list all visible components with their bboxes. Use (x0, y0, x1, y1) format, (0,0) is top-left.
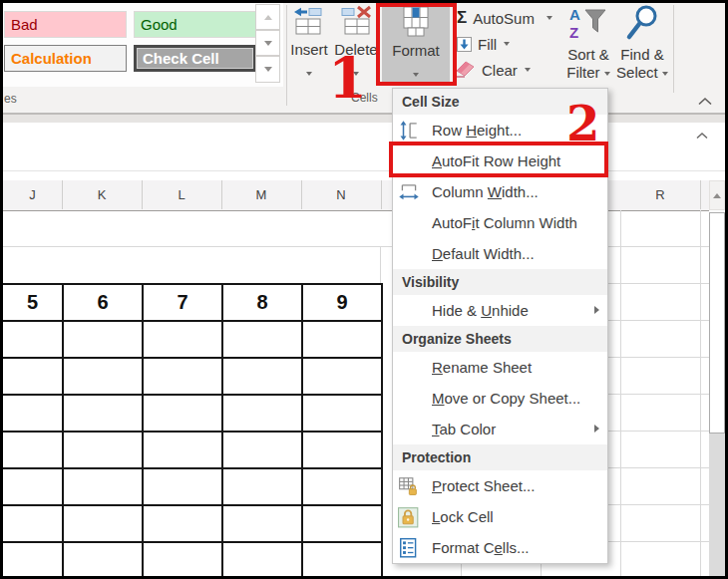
table-cell[interactable] (223, 506, 303, 543)
gridline (607, 320, 709, 321)
formula-bar[interactable] (3, 123, 725, 180)
find-select-button[interactable]: Find & Select (615, 4, 669, 82)
table-cell[interactable]: 6 (64, 285, 144, 322)
menu-item-label: Default Width... (432, 245, 535, 262)
menu-item-icon-blank (398, 300, 420, 322)
menu-item-column-width[interactable]: Column Width... (393, 176, 607, 207)
menu-item-label: Column Width... (432, 183, 539, 200)
table-row (3, 506, 383, 543)
table-cell[interactable]: 5 (3, 285, 64, 322)
table-cell[interactable] (3, 469, 64, 506)
annotation-box-step1 (376, 3, 457, 86)
table-cell[interactable]: 9 (303, 285, 383, 322)
menu-section-header-protection: Protection (393, 444, 607, 470)
table-cell[interactable] (223, 543, 303, 579)
gallery-more-button[interactable] (255, 56, 280, 83)
table-cell[interactable] (3, 433, 64, 469)
table-cell[interactable] (303, 396, 383, 433)
scrollbar-up-button[interactable] (709, 180, 725, 210)
menu-item-label: AutoFit Column Width (432, 214, 577, 231)
menu-item-icon-blank (398, 419, 420, 440)
style-tile-good[interactable]: Good (134, 11, 256, 38)
menu-item-hide-unhide[interactable]: Hide & Unhide (393, 295, 607, 326)
table-cell[interactable] (64, 506, 144, 543)
column-header-k[interactable]: K (62, 180, 143, 209)
table-cell[interactable] (303, 433, 383, 469)
table-cell[interactable] (3, 543, 64, 579)
menu-item-label: Tab Color (432, 421, 496, 437)
table-cell[interactable] (144, 359, 223, 396)
submenu-arrow-icon (594, 306, 599, 314)
menu-item-protect-sheet[interactable]: Protect Sheet... (393, 470, 607, 501)
gridline (380, 246, 381, 283)
table-cell[interactable] (303, 359, 383, 396)
table-cell[interactable] (303, 506, 383, 543)
menu-item-default-width[interactable]: Default Width... (393, 238, 607, 269)
table-cell[interactable] (64, 433, 144, 469)
find-select-label-line2: Select (616, 64, 658, 81)
table-cell[interactable] (223, 322, 303, 359)
column-header-m[interactable]: M (221, 180, 302, 209)
table-row (3, 322, 383, 359)
table-cell[interactable] (223, 469, 303, 506)
table-cell[interactable] (303, 543, 383, 579)
table-cell[interactable] (3, 322, 64, 359)
gridline (607, 283, 709, 284)
table-cell[interactable] (3, 396, 64, 433)
collapse-ribbon-button[interactable] (697, 93, 713, 111)
table-cell[interactable] (64, 359, 144, 396)
menu-item-rename-sheet[interactable]: Rename Sheet (393, 352, 607, 383)
style-tile-calculation[interactable]: Calculation (4, 45, 127, 72)
expand-formula-bar-button[interactable] (695, 127, 709, 145)
table-cell[interactable]: 7 (144, 285, 223, 322)
table-cell[interactable] (223, 359, 303, 396)
table-cell[interactable]: 8 (223, 285, 303, 322)
styles-group-label-partial: es (4, 92, 17, 106)
menu-item-tab-color[interactable]: Tab Color (393, 414, 607, 444)
menu-item-format-cells[interactable]: Format Cells... (393, 532, 607, 563)
table-cell[interactable] (144, 322, 223, 359)
table-cell[interactable] (144, 396, 223, 433)
table-cell[interactable] (303, 322, 383, 359)
table-row (3, 543, 383, 579)
table-cell[interactable] (64, 469, 144, 506)
down-arrow-icon (264, 41, 272, 46)
column-width-icon (398, 181, 420, 203)
style-tile-check-cell[interactable]: Check Cell (134, 45, 256, 72)
style-tile-bad[interactable]: Bad (4, 11, 127, 38)
menu-item-move-or-copy-sheet[interactable]: Move or Copy Sheet... (393, 383, 607, 414)
gallery-scroll-up-button[interactable] (255, 4, 280, 30)
table-cell[interactable] (144, 506, 223, 543)
annotation-number-1: 1 (328, 50, 367, 106)
column-header-j[interactable]: J (3, 180, 63, 209)
menu-item-label: Rename Sheet (432, 359, 532, 376)
menu-item-lock-cell[interactable]: Lock Cell (393, 501, 607, 532)
table-cell[interactable] (144, 543, 223, 579)
scrollbar-track[interactable] (709, 434, 725, 576)
menu-item-autofit-column-width[interactable]: AutoFit Column Width (393, 207, 607, 238)
insert-button[interactable]: Insert (285, 5, 333, 82)
table-cell[interactable] (3, 359, 64, 396)
table-cell[interactable] (64, 543, 144, 579)
table-cell[interactable] (64, 322, 144, 359)
table-cell[interactable] (64, 396, 144, 433)
table-cell[interactable] (223, 396, 303, 433)
sort-filter-button[interactable]: A Z Sort & Filter (563, 5, 613, 82)
column-header-n[interactable]: N (301, 180, 382, 209)
column-header-r[interactable]: R (620, 180, 701, 209)
table-cell[interactable] (223, 433, 303, 469)
eraser-icon (454, 59, 478, 82)
autosum-button[interactable]: Σ AutoSum (457, 6, 552, 30)
table-cell[interactable] (144, 469, 223, 506)
excel-window: Bad Good Calculation Check Cell es Inser… (0, 0, 728, 579)
up-arrow-icon (264, 15, 272, 20)
table-cell[interactable] (3, 506, 64, 543)
scrollbar-thumb[interactable] (709, 212, 725, 434)
table-cell[interactable] (144, 433, 223, 469)
table-cell[interactable] (303, 469, 383, 506)
fill-button[interactable]: Fill (457, 32, 510, 56)
column-header-l[interactable]: L (142, 180, 222, 209)
gallery-scroll-down-button[interactable] (255, 30, 280, 56)
clear-button[interactable]: Clear (454, 58, 531, 82)
menu-item-label: Protect Sheet... (432, 477, 535, 494)
